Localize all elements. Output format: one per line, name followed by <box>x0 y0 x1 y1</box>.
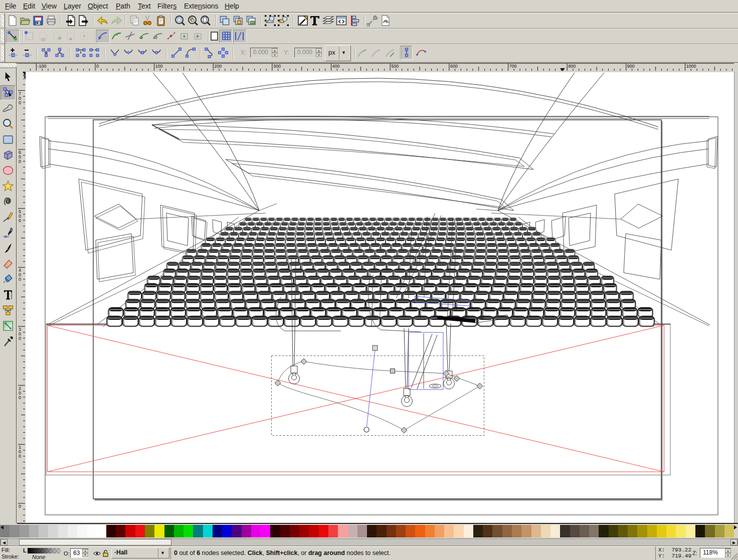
svg-text:0: 0 <box>19 336 21 341</box>
svg-text:900: 900 <box>627 64 635 69</box>
svg-text:0: 0 <box>19 277 21 282</box>
svg-text:0: 0 <box>19 159 21 164</box>
svg-text:100: 100 <box>155 64 163 69</box>
svg-text:0: 0 <box>19 100 21 105</box>
svg-text:200: 200 <box>214 64 222 69</box>
svg-text:700: 700 <box>509 64 517 69</box>
svg-text:-100: -100 <box>37 64 46 69</box>
svg-text:1000: 1000 <box>686 64 696 69</box>
svg-text:600: 600 <box>450 64 458 69</box>
svg-text:0: 0 <box>19 504 21 509</box>
svg-text:0: 0 <box>19 395 21 400</box>
svg-text:0: 0 <box>96 64 99 69</box>
svg-text:500: 500 <box>391 64 399 69</box>
svg-text:0: 0 <box>19 218 21 223</box>
svg-text:400: 400 <box>332 64 340 69</box>
svg-text:300: 300 <box>273 64 281 69</box>
svg-text:0: 0 <box>19 454 21 459</box>
svg-text:800: 800 <box>568 64 576 69</box>
